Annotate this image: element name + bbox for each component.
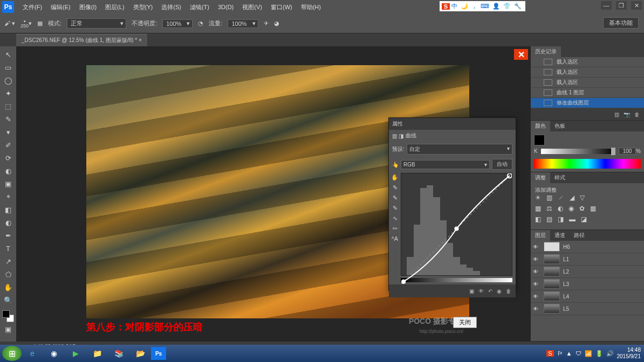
text-icon[interactable]: ᴬA — [392, 235, 398, 242]
eraser-tool[interactable]: ▣ — [2, 178, 14, 190]
flow-field[interactable]: 100% — [228, 19, 258, 28]
menu-view[interactable]: 视图(V) — [238, 3, 266, 11]
document-tab[interactable]: _DSC2676.NEF @ 12.5% (曲线 1, 图层蒙版/8) * × — [16, 34, 147, 46]
pressure-size-icon[interactable]: ◕ — [274, 20, 279, 27]
quickmask-icon[interactable]: ▣ — [2, 323, 14, 335]
brush-tool[interactable]: ✐ — [2, 139, 14, 151]
black-point-icon[interactable]: ✎ — [393, 184, 398, 191]
explorer-icon[interactable]: 📁 — [86, 346, 108, 361]
levels-icon[interactable]: ▥ — [546, 194, 552, 201]
marquee-tool[interactable]: ▭ — [2, 61, 14, 73]
clip-icon[interactable]: ▣ — [469, 288, 474, 294]
gradient-map-icon[interactable]: ▬ — [569, 215, 576, 223]
k-slider[interactable] — [541, 149, 615, 154]
zoom-tool[interactable]: 🔍 — [2, 294, 14, 306]
tray-network-icon[interactable]: 📶 — [585, 350, 592, 357]
browser-icon[interactable]: ◉ — [43, 346, 65, 361]
brightness-icon[interactable]: ☀ — [535, 194, 541, 201]
threshold-icon[interactable]: ◨ — [558, 215, 564, 223]
tray-flag-icon[interactable]: 🏳 — [557, 350, 563, 357]
healing-tool[interactable]: ▾ — [2, 126, 14, 138]
mode-select[interactable]: 正常 — [67, 18, 126, 29]
visibility-icon[interactable]: 👁 — [533, 294, 540, 300]
folder-icon[interactable]: 📂 — [129, 346, 151, 361]
channels-tab[interactable]: 通道 — [550, 230, 570, 241]
tray-battery-icon[interactable]: 🔋 — [595, 350, 603, 357]
slider-thumb[interactable] — [611, 148, 615, 155]
layer-row[interactable]: 👁L3 — [531, 278, 644, 290]
menu-image[interactable]: 图像(I) — [75, 3, 101, 11]
history-item[interactable]: 载入选区 — [531, 67, 644, 78]
visibility-icon[interactable]: 👁 — [533, 306, 540, 312]
curve-draw-icon[interactable]: ✏ — [393, 225, 398, 232]
sample-icon[interactable]: ✋ — [391, 174, 399, 181]
curves-graph[interactable] — [401, 173, 512, 276]
start-button[interactable]: ⊞ — [2, 346, 22, 361]
crop-tool[interactable]: ⬚ — [2, 100, 14, 112]
target-adjustment-icon[interactable]: 👆 — [392, 162, 399, 168]
visibility-icon[interactable]: 👁 — [533, 244, 540, 250]
camera-icon[interactable]: 📷 — [624, 112, 630, 117]
gray-point-icon[interactable]: ✎ — [393, 194, 398, 201]
tray-volume-icon[interactable]: 🔊 — [606, 350, 614, 357]
layer-row[interactable]: 👁H6 — [531, 241, 644, 253]
workspace-select[interactable]: 基本功能 — [603, 17, 639, 29]
layer-row[interactable]: 👁L5 — [531, 303, 644, 315]
ie-icon[interactable]: e — [22, 346, 43, 361]
history-item[interactable]: 载入选区 — [531, 78, 644, 88]
eyedropper-tool[interactable]: ✎ — [2, 113, 14, 125]
brush-tool-icon[interactable]: 🖌 ▾ — [4, 20, 15, 27]
curves-icon[interactable]: ⟋ — [558, 194, 564, 201]
paths-tab[interactable]: 路径 — [570, 230, 589, 241]
brush-panel-icon[interactable]: ▦ — [37, 20, 43, 27]
vibrance-icon[interactable]: ▽ — [580, 194, 585, 201]
swatches-tab[interactable]: 色板 — [550, 121, 570, 131]
brush-preset[interactable]: • 250 ▾ — [20, 19, 32, 29]
opacity-field[interactable]: 100% — [162, 19, 193, 28]
invert-icon[interactable]: ◧ — [535, 215, 541, 223]
properties-titlebar[interactable]: 属性 — [389, 118, 516, 130]
k-value-field[interactable]: 100 — [619, 148, 636, 155]
menu-3d[interactable]: 3D(D) — [214, 4, 238, 10]
menu-file[interactable]: 文件(F) — [18, 3, 46, 11]
preset-select[interactable]: 自定 — [407, 144, 512, 155]
gradient-tool[interactable]: ⌖ — [2, 191, 14, 203]
color-spectrum[interactable] — [534, 159, 641, 169]
clone-tool[interactable]: ⟳ — [2, 152, 14, 164]
visibility-icon[interactable]: 👁 — [533, 281, 540, 287]
view-previous-icon[interactable]: 👁 — [478, 288, 484, 294]
menu-filter[interactable]: 滤镜(T) — [186, 3, 214, 11]
close-button[interactable]: ✕ — [631, 1, 642, 10]
pen-tool[interactable]: ✒ — [2, 229, 14, 241]
channel-select[interactable]: RGB — [401, 160, 490, 169]
menu-layer[interactable]: 图层(L) — [101, 3, 128, 11]
styles-tab[interactable]: 样式 — [550, 172, 570, 183]
close-document-button[interactable]: ✕ — [514, 49, 528, 60]
maximize-button[interactable]: ❐ — [616, 1, 627, 10]
bw-icon[interactable]: ◐ — [558, 205, 563, 212]
reset-icon[interactable]: ↶ — [488, 288, 492, 294]
exposure-icon[interactable]: ◢ — [570, 194, 574, 201]
toggle-visibility-icon[interactable]: ◉ — [497, 288, 502, 294]
trash-icon[interactable]: 🗑 — [634, 112, 640, 117]
history-item[interactable]: 修改曲线图层 — [531, 98, 644, 108]
visibility-icon[interactable]: 👁 — [533, 256, 540, 262]
photo-filter-icon[interactable]: ◉ — [568, 205, 574, 212]
snapshot-icon[interactable]: ▥ — [614, 112, 619, 117]
curve-point-icon[interactable]: ∿ — [393, 215, 398, 222]
color-swatches[interactable] — [2, 310, 14, 322]
lasso-tool[interactable]: ◯ — [2, 74, 14, 86]
clock[interactable]: 14:48 2015/9/21 — [617, 347, 641, 360]
delete-icon[interactable]: 🗑 — [506, 288, 511, 294]
ime-bar[interactable]: S 中 🌙 ， ⌨ 👤 👕 🔧 — [440, 1, 525, 11]
move-tool[interactable]: ↖ — [2, 48, 14, 60]
magic-wand-tool[interactable]: ✦ — [2, 87, 14, 99]
auto-button[interactable]: 自动 — [492, 159, 512, 170]
media-icon[interactable]: ▶ — [65, 346, 86, 361]
shape-tool[interactable]: ⬠ — [2, 268, 14, 280]
tray-shield-icon[interactable]: 🛡 — [576, 350, 581, 357]
lut-icon[interactable]: ▦ — [590, 205, 596, 212]
close-caption-button[interactable]: 关闭 — [453, 317, 477, 328]
tray-sogou-icon[interactable]: S — [546, 350, 553, 357]
dodge-tool[interactable]: ◐ — [2, 217, 14, 228]
